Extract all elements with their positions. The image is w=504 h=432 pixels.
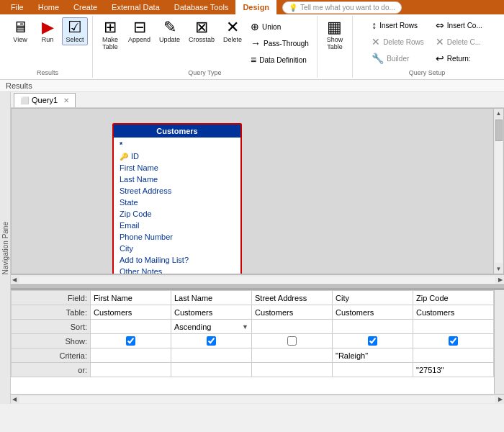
- qbe-scroll-right-btn[interactable]: ▶: [497, 395, 504, 404]
- qbe-sort-1[interactable]: [91, 320, 171, 334]
- delete-rows-icon: ✕: [372, 36, 380, 48]
- qbe-field-5[interactable]: Zip Code: [413, 291, 494, 305]
- union-button[interactable]: ⊕ Union: [247, 19, 312, 35]
- nav-pane[interactable]: Navigation Pane: [0, 92, 11, 404]
- field-first-name[interactable]: First Name: [114, 162, 240, 174]
- field-other-notes[interactable]: Other Notes: [114, 266, 240, 274]
- qbe-field-4[interactable]: City: [333, 291, 413, 305]
- tell-me-box[interactable]: 💡 Tell me what you want to do...: [282, 1, 402, 14]
- qbe-show-2: [171, 334, 252, 348]
- qbe-or-2[interactable]: [171, 363, 252, 377]
- update-button[interactable]: ✎ Update: [156, 17, 184, 45]
- tab-external-data[interactable]: External Data: [104, 0, 167, 14]
- qbe-or-4[interactable]: [333, 363, 413, 377]
- return-button[interactable]: ↩ Return:: [432, 50, 486, 66]
- customers-table-header[interactable]: Customers: [114, 125, 240, 138]
- field-city[interactable]: City: [114, 243, 240, 254]
- qbe-field-2[interactable]: Last Name: [171, 291, 252, 305]
- insert-columns-button[interactable]: ⇔ Insert Co...: [432, 17, 486, 33]
- customers-table-box: Customers * 🔑 ID First Name Last Name: [112, 123, 242, 274]
- qbe-label-field: Field:: [12, 291, 91, 305]
- tab-design[interactable]: Design: [235, 0, 276, 14]
- qbe-show-1: [91, 334, 171, 348]
- pass-through-button[interactable]: → Pass-Through: [247, 35, 312, 51]
- field-mailing-list-text: Add to Mailing List?: [120, 256, 189, 264]
- field-mailing-list[interactable]: Add to Mailing List?: [114, 254, 240, 266]
- qbe-table-5[interactable]: Customers: [413, 305, 494, 320]
- crosstab-button[interactable]: ⊠ Crosstab: [185, 17, 218, 45]
- query-tab-close[interactable]: ✕: [63, 96, 69, 104]
- view-button[interactable]: 🖥 View: [7, 17, 33, 45]
- design-scroll-right[interactable]: ▲ ▼: [493, 109, 503, 274]
- scroll-left-btn[interactable]: ◀: [11, 275, 18, 284]
- query1-tab[interactable]: ⬜ Query1 ✕: [14, 93, 76, 107]
- field-street-address[interactable]: Street Address: [114, 185, 240, 197]
- query-setup-buttons: ↕ Insert Rows ✕ Delete Rows 🔧 Builder ⇔ …: [368, 17, 486, 68]
- qbe-wrapper: Field: First Name Last Name Street Addre…: [11, 290, 504, 394]
- field-phone-number[interactable]: Phone Number: [114, 231, 240, 243]
- sort-chevron-icon[interactable]: ▼: [242, 323, 248, 330]
- tab-file[interactable]: File: [4, 0, 31, 14]
- qbe-or-3[interactable]: [252, 363, 333, 377]
- qbe-show-checkbox-3[interactable]: [287, 336, 297, 346]
- design-scroll-bottom[interactable]: ◀ ▶: [11, 274, 504, 284]
- key-icon: 🔑: [120, 153, 128, 161]
- field-zip-code[interactable]: Zip Code: [114, 208, 240, 220]
- qbe-table-4[interactable]: Customers: [333, 305, 413, 320]
- qbe-sort-2[interactable]: Ascending ▼: [171, 320, 252, 334]
- delete-columns-button[interactable]: ✕ Delete C...: [432, 34, 486, 50]
- qbe-scroll-bottom[interactable]: ◀ ▶: [11, 394, 504, 404]
- run-button[interactable]: ▶ Run: [35, 17, 60, 45]
- qbe-or-5[interactable]: "27513": [413, 363, 494, 377]
- qbe-field-1[interactable]: First Name: [91, 291, 171, 305]
- field-last-name[interactable]: Last Name: [114, 174, 240, 185]
- qbe-scroll-track-h: [19, 396, 495, 403]
- qbe-row-sort: Sort: Ascending ▼: [12, 320, 494, 334]
- scroll-down-btn[interactable]: ▼: [495, 264, 503, 274]
- select-button[interactable]: ☑ Select: [62, 17, 88, 45]
- qbe-show-checkbox-4[interactable]: [368, 336, 377, 346]
- qbe-field-3[interactable]: Street Address: [252, 291, 333, 305]
- qbe-table-1[interactable]: Customers: [91, 305, 171, 320]
- tab-database-tools[interactable]: Database Tools: [167, 0, 236, 14]
- qbe-criteria-2[interactable]: [171, 348, 252, 363]
- sort-dropdown[interactable]: Ascending ▼: [174, 323, 248, 331]
- qbe-criteria-1[interactable]: [91, 348, 171, 363]
- delete-button[interactable]: ✕ Delete: [220, 17, 246, 45]
- field-state[interactable]: State: [114, 197, 240, 208]
- tab-home[interactable]: Home: [31, 0, 66, 14]
- query-type-buttons: ⊞ MakeTable ⊟ Append ✎ Update ⊠ Crosstab…: [97, 17, 312, 68]
- qbe-table-2[interactable]: Customers: [171, 305, 252, 320]
- qbe-criteria-4[interactable]: "Raleigh": [333, 348, 413, 363]
- delete-rows-button[interactable]: ✕ Delete Rows: [368, 34, 428, 50]
- scroll-thumb-v[interactable]: [495, 120, 503, 141]
- qbe-table-3[interactable]: Customers: [252, 305, 333, 320]
- qbe-sort-4[interactable]: [333, 320, 413, 334]
- show-table-button[interactable]: ▦ ShowTable: [322, 17, 348, 53]
- ribbon-group-show-table: ▦ ShowTable: [318, 16, 353, 78]
- qbe-sort-5[interactable]: [413, 320, 494, 334]
- qbe-scroll-right[interactable]: [494, 290, 504, 394]
- qbe-or-1[interactable]: [91, 363, 171, 377]
- query-tab-bar: ⬜ Query1 ✕: [11, 92, 504, 108]
- data-definition-button[interactable]: ≡ Data Definition: [247, 52, 312, 68]
- field-id[interactable]: 🔑 ID: [114, 150, 240, 162]
- insert-rows-button[interactable]: ↕ Insert Rows: [368, 17, 428, 33]
- qbe-criteria-3[interactable]: [252, 348, 333, 363]
- tab-create[interactable]: Create: [66, 0, 104, 14]
- scroll-up-btn[interactable]: ▲: [495, 109, 503, 118]
- qbe-scroll-left[interactable]: ◀: [11, 395, 18, 404]
- qbe-show-checkbox-1[interactable]: [126, 336, 135, 346]
- content-area: ⬜ Query1 ✕ Customers * 🔑 ID: [11, 92, 504, 404]
- scroll-right-btn[interactable]: ▶: [497, 275, 504, 284]
- make-table-button[interactable]: ⊞ MakeTable: [97, 17, 123, 53]
- builder-button[interactable]: 🔧 Builder: [368, 50, 428, 66]
- qbe-label-criteria: Criteria:: [12, 348, 91, 363]
- append-button[interactable]: ⊟ Append: [125, 17, 154, 45]
- field-email[interactable]: Email: [114, 220, 240, 231]
- qbe-show-checkbox-5[interactable]: [449, 336, 458, 346]
- qbe-show-checkbox-2[interactable]: [207, 336, 216, 346]
- qbe-criteria-5[interactable]: [413, 348, 494, 363]
- qbe-sort-3[interactable]: [252, 320, 333, 334]
- field-asterisk[interactable]: *: [114, 139, 240, 150]
